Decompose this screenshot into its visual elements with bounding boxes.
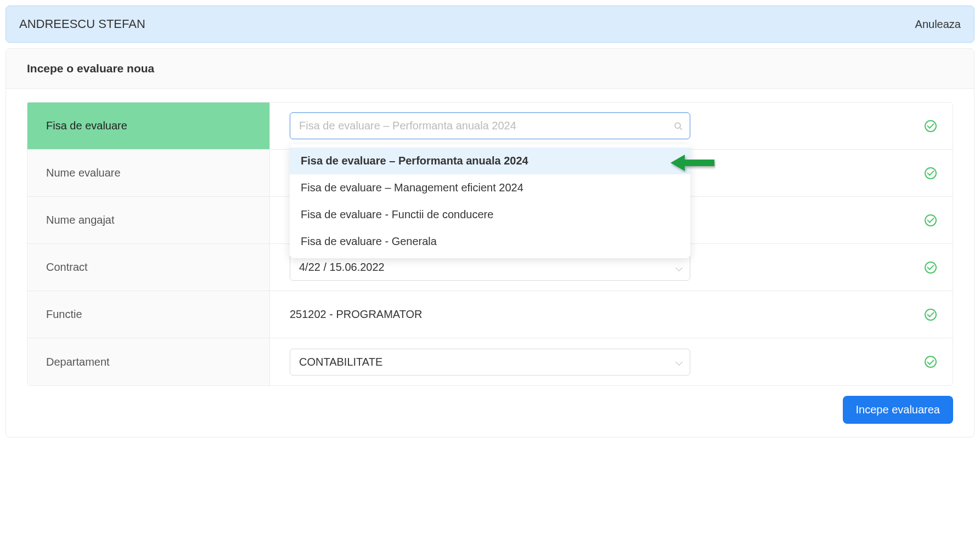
search-icon: [674, 122, 683, 130]
fisa-dropdown: Fisa de evaluare – Performanta anuala 20…: [290, 144, 690, 258]
cancel-button[interactable]: Anuleaza: [915, 18, 961, 31]
departament-select[interactable]: CONTABILITATE: [290, 349, 690, 376]
dropdown-option-3[interactable]: Fisa de evaluare - Generala: [290, 228, 690, 255]
form-footer: Incepe evaluarea: [27, 396, 953, 424]
functie-value: 251202 - PROGRAMATOR: [290, 308, 423, 321]
label-functie: Functie: [27, 291, 270, 338]
check-icon: [925, 356, 937, 368]
label-fisa-evaluare: Fisa de evaluare: [27, 103, 270, 149]
status-functie: [909, 291, 953, 338]
contract-value: 4/22 / 15.06.2022: [299, 261, 385, 273]
check-icon: [925, 309, 937, 321]
check-icon: [925, 167, 937, 179]
chevron-down-icon: [675, 359, 682, 365]
check-icon: [925, 262, 937, 274]
card-title: Incepe o evaluare noua: [6, 49, 974, 89]
status-departament: [909, 338, 953, 385]
chevron-down-icon: [675, 264, 682, 271]
svg-point-0: [675, 123, 680, 128]
label-nume-evaluare: Nume evaluare: [27, 150, 270, 196]
row-functie: Functie 251202 - PROGRAMATOR: [27, 291, 953, 338]
status-fisa: [909, 103, 953, 149]
fisa-select-wrapper: Fisa de evaluare – Performanta anuala 20…: [290, 112, 690, 139]
label-contract: Contract: [27, 244, 270, 291]
dropdown-option-2[interactable]: Fisa de evaluare - Functii de conducere: [290, 201, 690, 228]
departament-value: CONTABILITATE: [299, 356, 382, 368]
status-nume-angajat: [909, 197, 953, 243]
label-nume-angajat: Nume angajat: [27, 197, 270, 243]
fisa-search-input[interactable]: [290, 112, 690, 139]
label-departament: Departament: [27, 338, 270, 385]
check-icon: [925, 214, 937, 226]
row-departament: Departament CONTABILITATE: [27, 338, 953, 385]
dropdown-option-0[interactable]: Fisa de evaluare – Performanta anuala 20…: [290, 147, 690, 174]
status-nume-evaluare: [909, 150, 953, 196]
row-fisa-evaluare: Fisa de evaluare Fisa de evaluare – Perf…: [27, 103, 953, 150]
dropdown-option-1[interactable]: Fisa de evaluare – Management eficient 2…: [290, 174, 690, 201]
employee-name: ANDREESCU STEFAN: [19, 17, 145, 31]
header-bar: ANDREESCU STEFAN Anuleaza: [5, 5, 975, 43]
form-table: Fisa de evaluare Fisa de evaluare – Perf…: [27, 102, 953, 386]
start-evaluation-button[interactable]: Incepe evaluarea: [843, 396, 953, 424]
check-icon: [925, 120, 937, 132]
status-contract: [909, 244, 953, 291]
form-card: Incepe o evaluare noua Fisa de evaluare: [5, 48, 975, 437]
svg-line-1: [680, 128, 682, 130]
